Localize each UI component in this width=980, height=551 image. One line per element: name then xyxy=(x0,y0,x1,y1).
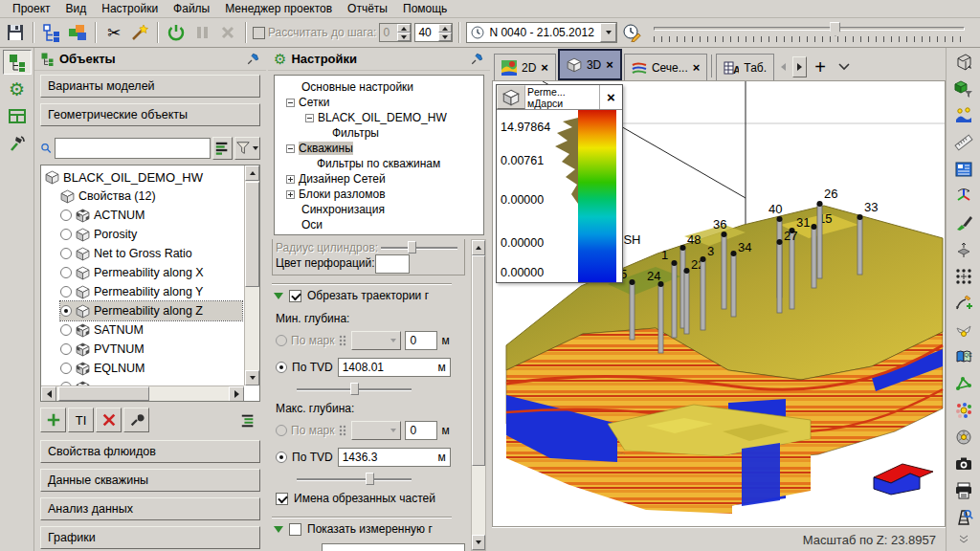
sort-button[interactable] xyxy=(212,137,233,160)
tab-section[interactable]: Сече... × xyxy=(624,54,707,80)
scroll-thumb[interactable] xyxy=(58,386,149,401)
settings-item-network-designer[interactable]: Дизайнер Сетей xyxy=(275,171,483,187)
radio-button[interactable] xyxy=(60,363,72,374)
clip-trajectories-checkbox[interactable] xyxy=(289,290,301,302)
color-legend-panel[interactable]: Perme... мДарси × 14.97864 0.00761 0.000… xyxy=(496,84,623,283)
radio-button[interactable] xyxy=(60,286,72,298)
rotate-view-button[interactable] xyxy=(949,184,978,209)
menu-item-view[interactable]: Вид xyxy=(59,1,94,16)
pause-button[interactable] xyxy=(190,21,213,44)
ruler-button[interactable] xyxy=(949,130,978,155)
slider-thumb[interactable] xyxy=(408,241,416,253)
scroll-thumb[interactable] xyxy=(245,182,259,287)
tree-item-eqlnum[interactable]: EQLNUM xyxy=(60,359,145,378)
radio-button[interactable] xyxy=(60,324,72,336)
radio-button[interactable] xyxy=(60,343,72,355)
legend-toggle-button[interactable] xyxy=(949,157,978,182)
more-tools-button[interactable] xyxy=(949,532,978,547)
menu-item-reports[interactable]: Отчёты xyxy=(341,1,394,16)
model-variants-button[interactable]: Варианты моделей xyxy=(40,75,260,98)
settings-item-axes[interactable]: Оси xyxy=(275,217,483,232)
min-by-marker-radio[interactable] xyxy=(276,335,287,346)
screenshot-button[interactable] xyxy=(949,452,978,476)
tree-item-pvtnum[interactable]: PVTNUM xyxy=(60,340,145,359)
layout-mode-button[interactable] xyxy=(3,103,32,128)
tab-3d[interactable]: 3D × xyxy=(558,49,622,80)
step-to-spinner[interactable]: 40 xyxy=(414,23,453,42)
polygon-button[interactable] xyxy=(949,371,978,396)
qc-button[interactable]: QC xyxy=(949,344,978,369)
add-tab-button[interactable]: + xyxy=(809,56,832,77)
cut-names-checkbox[interactable] xyxy=(276,493,288,505)
plugins-button[interactable] xyxy=(66,21,89,44)
settings-mode-button[interactable]: ⚙ xyxy=(3,77,32,101)
add-object-button[interactable] xyxy=(40,408,66,432)
scroll-up-button[interactable] xyxy=(245,165,259,181)
collapse-icon[interactable] xyxy=(305,114,314,122)
radio-button[interactable] xyxy=(60,209,72,221)
slider-thumb[interactable] xyxy=(366,473,374,485)
timestep-dropdown-button[interactable] xyxy=(600,23,616,42)
menu-item-project-manager[interactable]: Менеджер проектов xyxy=(218,1,339,16)
tree-item-permy[interactable]: Permeability along Y xyxy=(60,282,203,301)
cylinder-radius-slider[interactable] xyxy=(381,241,457,254)
tab-close-icon[interactable]: × xyxy=(693,60,701,75)
lighting-button[interactable] xyxy=(949,103,978,128)
scroll-thumb[interactable] xyxy=(472,255,485,466)
tree-item-porosity[interactable]: Porosity xyxy=(60,225,137,244)
tabs-scroll-left-button[interactable] xyxy=(776,56,791,77)
tree-horizontal-scrollbar[interactable] xyxy=(41,386,244,401)
section-collapse-icon[interactable] xyxy=(274,526,283,533)
scroll-left-button[interactable] xyxy=(41,386,56,402)
max-tvd-field[interactable]: 1436.3 м xyxy=(338,448,451,467)
settings-item-model[interactable]: BLACK_OIL_DEMO_HW xyxy=(275,110,483,125)
section-collapse-icon[interactable] xyxy=(274,293,283,299)
points-cloud-button[interactable] xyxy=(949,398,978,423)
well-search-button[interactable] xyxy=(949,505,978,530)
min-depth-slider[interactable] xyxy=(297,383,412,396)
scroll-down-button[interactable] xyxy=(472,535,485,550)
collapse-icon[interactable] xyxy=(286,99,295,107)
radio-button[interactable] xyxy=(60,267,72,278)
timestep-slider-thumb[interactable] xyxy=(830,22,840,36)
tools-mode-button[interactable] xyxy=(3,130,32,155)
max-marker-offset-field[interactable]: 0 xyxy=(405,421,437,440)
collapse-icon[interactable] xyxy=(286,144,295,153)
settings-item-sync[interactable]: Синхронизация xyxy=(275,202,483,217)
move-3d-button[interactable] xyxy=(949,237,978,262)
settings-item-fault-blocks[interactable]: Блоки разломов xyxy=(275,187,483,202)
tree-item-permz-selected[interactable]: Permeability along Z xyxy=(60,301,242,320)
grid-points-button[interactable] xyxy=(949,264,978,289)
expand-icon[interactable] xyxy=(286,190,295,199)
legend-close-button[interactable]: × xyxy=(599,85,622,109)
print-button[interactable] xyxy=(949,478,978,503)
settings-item-filters[interactable]: Фильтры xyxy=(275,125,483,141)
legend-cube-button[interactable] xyxy=(497,85,525,109)
settings-item-wells-selected[interactable]: Скважины xyxy=(275,141,483,156)
scroll-up-button[interactable] xyxy=(472,240,485,255)
pin-icon[interactable] xyxy=(470,52,484,66)
text-tool-button[interactable]: TI xyxy=(68,408,94,432)
expand-icon[interactable] xyxy=(286,175,295,184)
edit-timesteps-button[interactable] xyxy=(620,21,643,44)
tab-table[interactable]: A Таб. xyxy=(716,54,774,80)
paint-button[interactable] xyxy=(949,210,978,235)
settings-item-well-filters[interactable]: Фильтры по скважинам xyxy=(275,156,483,171)
grid-filter-button[interactable] xyxy=(949,77,978,101)
search-input[interactable] xyxy=(55,138,211,159)
wizard-button[interactable] xyxy=(128,21,151,44)
viewport-3d[interactable]: 5 24 1 48 22 3 36 34 40 31 27 15 26 33 H… xyxy=(492,80,946,527)
menu-item-settings[interactable]: Настройки xyxy=(95,1,165,16)
tree-item-permx[interactable]: Permeability along X xyxy=(60,263,204,282)
timestep-combobox[interactable]: N 0040 - 21.05.2012 xyxy=(466,22,617,43)
max-depth-slider[interactable] xyxy=(297,473,412,486)
min-marker-offset-field[interactable]: 0 xyxy=(405,331,437,350)
tabs-scroll-right-button[interactable] xyxy=(792,56,807,77)
max-by-marker-radio[interactable] xyxy=(276,425,287,436)
tree-group-row[interactable]: Свойства (12) xyxy=(60,187,156,206)
objects-mode-button[interactable] xyxy=(3,50,32,75)
tree-item-ntg[interactable]: Net to Gross Ratio xyxy=(60,244,192,263)
fan-button[interactable] xyxy=(949,425,978,450)
data-analysis-button[interactable]: Анализ данных xyxy=(40,497,260,520)
timestep-slider[interactable] xyxy=(654,20,969,45)
